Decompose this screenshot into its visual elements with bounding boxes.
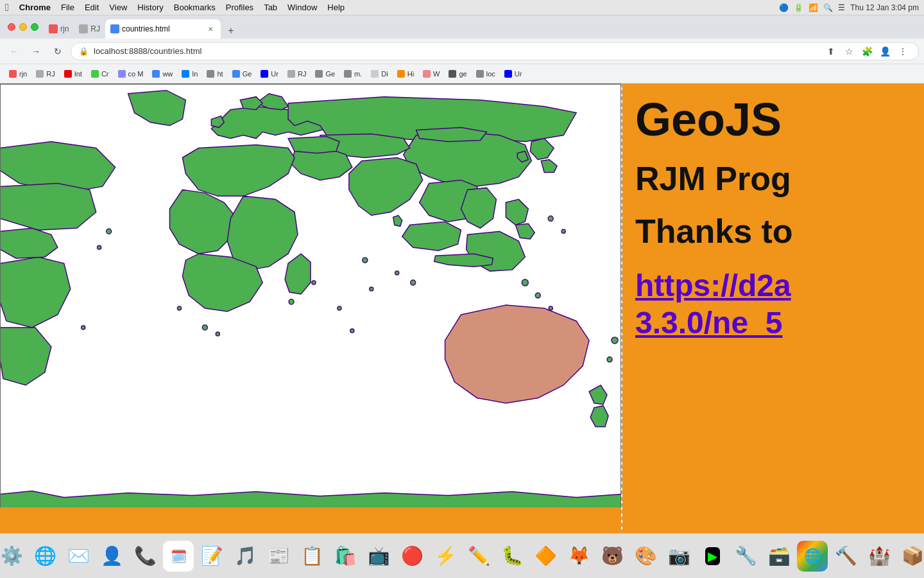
chrome-window: rjn RJ countries.html ✕ + ← → ↻ 🔒 localh…	[0, 15, 924, 533]
share-icon[interactable]: ⬆	[823, 44, 839, 59]
wifi-icon: 📶	[809, 3, 818, 12]
dock-firefox[interactable]: 🦊	[563, 541, 594, 572]
bm-favicon-ge3	[449, 70, 456, 78]
menu-bookmarks[interactable]: Bookmarks	[169, 3, 221, 12]
dock-appstore[interactable]: 🛍️	[330, 541, 361, 572]
bm-label-int: Int	[74, 70, 82, 78]
bm-label-rjn: rjn	[19, 70, 27, 78]
dock-camera[interactable]: 📷	[663, 541, 694, 572]
bookmark-rjn[interactable]: rjn	[5, 69, 31, 79]
bookmark-int[interactable]: Int	[60, 69, 86, 79]
menu-chrome[interactable]: Chrome	[14, 3, 56, 12]
bookmark-di[interactable]: Di	[367, 69, 391, 79]
dock-music[interactable]: 🎵	[230, 541, 261, 572]
dock-launchpad[interactable]: ⚙️	[0, 541, 27, 572]
bookmark-cr[interactable]: Cr	[87, 69, 113, 79]
tab-inactive-1[interactable]: rjn	[44, 19, 74, 39]
menu-view[interactable]: View	[104, 3, 132, 12]
dock-terminal[interactable]: ▶	[697, 541, 728, 572]
tab-title-1: rjn	[60, 24, 69, 33]
dock-contacts[interactable]: 👤	[96, 541, 127, 572]
bookmark-ge2[interactable]: Ge	[311, 69, 339, 79]
island-20	[177, 306, 181, 310]
dock-bbedit[interactable]: ✏️	[463, 541, 494, 572]
tabs-container: rjn RJ countries.html ✕ +	[44, 19, 239, 39]
dock-notes[interactable]: 📝	[196, 541, 227, 572]
dock-sequelpro[interactable]: 🗃️	[764, 541, 794, 572]
menu-edit[interactable]: Edit	[80, 3, 104, 12]
profile-icon[interactable]: 👤	[877, 44, 893, 59]
menu-file[interactable]: File	[56, 3, 80, 12]
panel-link[interactable]: https://d2a 3.3.0/ne_5	[635, 267, 911, 341]
dock-calendar[interactable]: 🗓️	[163, 541, 194, 572]
bm-favicon-rj2	[287, 70, 295, 78]
control-center-icon[interactable]: ☰	[838, 3, 845, 12]
new-tab-button[interactable]: +	[223, 23, 239, 39]
dock-news[interactable]: 📰	[263, 541, 294, 572]
dock-tower[interactable]: 🏰	[864, 541, 894, 572]
bookmarks-bar: rjn RJ Int Cr co M ww In ht	[0, 64, 924, 83]
bookmark-hi[interactable]: Hi	[393, 69, 418, 79]
back-button[interactable]: ←	[5, 42, 23, 60]
bookmark-ht[interactable]: ht	[203, 69, 227, 79]
address-input[interactable]: 🔒 localhost:8888/countries.html ⬆ ☆ 🧩 👤 …	[71, 42, 919, 60]
dock-n2[interactable]: 🔴	[397, 541, 427, 572]
bookmark-co[interactable]: co M	[114, 69, 148, 79]
bookmark-m[interactable]: m.	[340, 69, 366, 79]
dock-unknown3[interactable]: 🔧	[730, 541, 761, 572]
bookmark-ur[interactable]: Ur	[257, 69, 282, 79]
menu-help[interactable]: Help	[322, 3, 350, 12]
bookmark-w[interactable]: W	[419, 69, 443, 79]
dock-forklift[interactable]: ⚡	[430, 541, 461, 572]
dock-unknown1[interactable]: 🐛	[497, 541, 527, 572]
tab-active[interactable]: countries.html ✕	[105, 19, 221, 39]
bluetooth-icon: 🔵	[779, 3, 789, 12]
dock-pockity[interactable]: 📦	[897, 541, 924, 572]
menu-profiles[interactable]: Profiles	[221, 3, 259, 12]
bookmark-rj[interactable]: RJ	[32, 69, 58, 79]
menu-window[interactable]: Window	[282, 3, 322, 12]
bm-label-ur: Ur	[271, 70, 278, 78]
dock-tv[interactable]: 📺	[363, 541, 394, 572]
dock-facetime[interactable]: 📞	[130, 541, 160, 572]
tab-inactive-2[interactable]: RJ	[74, 19, 105, 39]
bookmark-in[interactable]: In	[178, 69, 201, 79]
island-17	[607, 357, 612, 362]
island-10	[395, 271, 399, 275]
tab-close-button[interactable]: ✕	[205, 24, 216, 34]
dock-vmware[interactable]: 🔶	[530, 541, 561, 572]
bookmark-loc[interactable]: loc	[472, 69, 499, 79]
more-menu-icon[interactable]: ⋮	[895, 44, 911, 59]
menu-history[interactable]: History	[132, 3, 168, 12]
menu-tab[interactable]: Tab	[259, 3, 282, 12]
bookmark-ge3[interactable]: ge	[445, 69, 470, 79]
extensions-icon[interactable]: 🧩	[859, 44, 875, 59]
bookmark-rj2[interactable]: RJ	[284, 69, 310, 79]
dock-bear[interactable]: 🐻	[597, 541, 628, 572]
island-16	[612, 337, 618, 344]
dock-unknown2[interactable]: 🎨	[630, 541, 661, 572]
dock-maps[interactable]: 🌐	[30, 541, 60, 572]
panel-link-line1: https://d2a	[635, 267, 911, 304]
island-6	[312, 281, 316, 285]
fullscreen-button[interactable]	[31, 23, 38, 31]
menubar:  Chrome File Edit View History Bookmark…	[0, 0, 924, 15]
dock-xcode[interactable]: 🔨	[830, 541, 861, 572]
forward-button[interactable]: →	[27, 42, 45, 60]
close-button[interactable]	[8, 23, 15, 31]
island-7	[289, 299, 294, 304]
bookmark-ge1[interactable]: Ge	[228, 69, 256, 79]
search-icon[interactable]: 🔍	[823, 3, 833, 12]
bookmark-star-icon[interactable]: ☆	[841, 44, 857, 59]
apple-menu[interactable]: 	[5, 2, 9, 13]
dock-mail[interactable]: ✉️	[63, 541, 94, 572]
maldives	[363, 258, 368, 263]
dock-reminders[interactable]: 📋	[296, 541, 327, 572]
bm-favicon-ur2	[504, 70, 512, 78]
bookmark-ww[interactable]: ww	[148, 69, 176, 79]
reload-button[interactable]: ↻	[49, 42, 67, 60]
dock-chrome[interactable]: 🌐	[797, 541, 828, 572]
island-4	[535, 293, 540, 298]
bookmark-ur2[interactable]: Ur	[501, 69, 526, 79]
minimize-button[interactable]	[19, 23, 27, 31]
